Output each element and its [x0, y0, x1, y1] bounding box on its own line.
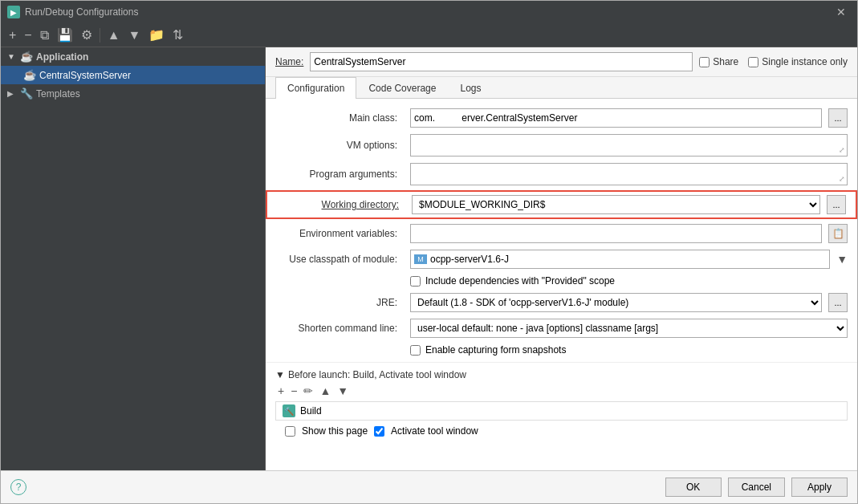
move-down-button[interactable]: ▼ [125, 26, 144, 44]
main-class-browse-button[interactable]: ... [828, 108, 848, 128]
close-button[interactable]: ✕ [832, 4, 851, 20]
tab-bar: Configuration Code Coverage Logs [266, 77, 857, 99]
program-args-input[interactable]: ⤢ [410, 163, 848, 185]
sidebar: ▼ ☕ Application ☕ CentralSystemServer ▶ … [1, 47, 266, 470]
activate-tool-label: Activate tool window [391, 425, 478, 437]
show-page-label: Show this page [302, 425, 368, 437]
main-content: ▼ ☕ Application ☕ CentralSystemServer ▶ … [1, 47, 857, 470]
folder-button[interactable]: 📁 [145, 26, 168, 44]
working-dir-browse-button[interactable]: ... [827, 195, 846, 214]
share-label: Share [699, 56, 738, 67]
module-icon: M [414, 254, 427, 264]
env-vars-row: Environment variables: 📋 [266, 221, 857, 246]
add-config-button[interactable]: + [6, 26, 19, 44]
jre-label: JRE: [275, 297, 404, 308]
save-config-button[interactable]: 💾 [54, 26, 76, 44]
bl-up-button[interactable]: ▲ [317, 384, 333, 398]
title-bar-left: ▶ Run/Debug Configurations [7, 6, 138, 18]
module-name: ocpp-serverV1.6-J [430, 254, 509, 265]
tab-configuration[interactable]: Configuration [275, 77, 356, 99]
dialog-title: Run/Debug Configurations [25, 6, 138, 18]
vm-options-input[interactable]: ⤢ [410, 134, 848, 156]
activate-tool-checkbox[interactable] [374, 426, 384, 437]
build-icon: 🔨 [283, 404, 295, 417]
templates-icon: 🔧 [20, 87, 33, 100]
copy-config-button[interactable]: ⧉ [37, 26, 52, 44]
sidebar-item-templates[interactable]: ▶ 🔧 Templates [1, 84, 265, 103]
main-class-row: Main class: ... [266, 105, 857, 131]
title-bar: ▶ Run/Debug Configurations ✕ [1, 1, 857, 23]
env-vars-browse-button[interactable]: 📋 [828, 224, 848, 243]
run-debug-dialog: ▶ Run/Debug Configurations ✕ + − ⧉ 💾 ⚙ ▲… [0, 0, 858, 504]
tab-logs[interactable]: Logs [448, 77, 493, 99]
app-icon: ▶ [7, 6, 20, 18]
working-dir-select[interactable]: $MODULE_WORKING_DIR$ [412, 195, 820, 214]
jre-select[interactable]: Default (1.8 - SDK of 'ocpp-serverV1.6-J… [410, 293, 822, 312]
share-checkbox[interactable] [699, 57, 710, 67]
env-vars-label: Environment variables: [275, 228, 404, 239]
provided-scope-checkbox[interactable] [410, 276, 421, 287]
vm-options-label: VM options: [275, 140, 404, 151]
cancel-button[interactable]: Cancel [728, 478, 785, 497]
name-field-label: Name: [275, 56, 303, 67]
footer-left: ? [10, 479, 26, 495]
bl-down-button[interactable]: ▼ [335, 384, 351, 398]
module-classpath-row: Use classpath of module: M ocpp-serverV1… [266, 246, 857, 272]
ok-button[interactable]: OK [665, 478, 722, 497]
sort-button[interactable]: ⇅ [169, 26, 186, 44]
snapshots-row: Enable capturing form snapshots [266, 341, 857, 359]
provided-scope-label: Include dependencies with "Provided" sco… [425, 275, 615, 287]
sidebar-child-label: CentralSystemServer [39, 70, 131, 81]
before-launch-header: ▼ Before launch: Build, Activate tool wi… [275, 369, 848, 380]
program-args-label: Program arguments: [275, 169, 404, 180]
before-launch-section: ▼ Before launch: Build, Activate tool wi… [266, 362, 857, 445]
settings-button[interactable]: ⚙ [78, 26, 96, 44]
footer: ? OK Cancel Apply [1, 470, 857, 503]
before-launch-toolbar: + − ✏ ▲ ▼ [275, 384, 848, 398]
working-dir-label: Working directory: [277, 199, 405, 210]
snapshots-checkbox[interactable] [410, 345, 421, 356]
jre-row: JRE: Default (1.8 - SDK of 'ocpp-serverV… [266, 290, 857, 315]
tab-code-coverage[interactable]: Code Coverage [356, 77, 448, 99]
name-input[interactable] [310, 52, 693, 71]
footer-right: OK Cancel Apply [665, 478, 848, 497]
collapse-icon[interactable]: ▼ [275, 369, 285, 380]
working-dir-row: Working directory: $MODULE_WORKING_DIR$ … [266, 190, 857, 219]
main-class-label: Main class: [275, 112, 404, 124]
toolbar: + − ⧉ 💾 ⚙ ▲ ▼ 📁 ⇅ [1, 23, 857, 47]
program-args-area: ⤢ [410, 163, 848, 185]
sidebar-item-application[interactable]: ▼ ☕ Application [1, 47, 265, 66]
provided-scope-row: Include dependencies with "Provided" sco… [266, 272, 857, 290]
snapshots-label: Enable capturing form snapshots [425, 344, 566, 356]
chevron-down-icon: ▼ [7, 52, 17, 61]
main-panel: Name: Share Single instance only Configu… [266, 47, 857, 470]
single-instance-checkbox[interactable] [748, 57, 758, 67]
sidebar-templates-label: Templates [36, 88, 80, 100]
toolbar-separator [100, 28, 100, 43]
remove-config-button[interactable]: − [21, 26, 35, 44]
bl-edit-button[interactable]: ✏ [301, 384, 315, 398]
show-page-checkbox[interactable] [285, 426, 295, 437]
help-button[interactable]: ? [10, 479, 26, 495]
use-classpath-label: Use classpath of module: [275, 254, 404, 265]
move-up-button[interactable]: ▲ [104, 26, 124, 44]
jre-browse-button[interactable]: ... [828, 293, 848, 312]
before-launch-title: Before launch: Build, Activate tool wind… [288, 369, 466, 380]
name-right: Share Single instance only [699, 56, 848, 67]
shorten-select[interactable]: user-local default: none - java [options… [410, 319, 848, 338]
bl-remove-button[interactable]: − [288, 384, 299, 398]
apply-button[interactable]: Apply [791, 478, 848, 497]
env-vars-input[interactable] [410, 224, 822, 243]
build-item[interactable]: 🔨 Build [275, 401, 848, 421]
program-args-row: Program arguments: ⤢ [266, 160, 857, 189]
single-instance-label: Single instance only [748, 56, 848, 67]
bl-add-button[interactable]: + [275, 384, 287, 398]
sidebar-item-centralsystemserver[interactable]: ☕ CentralSystemServer [1, 66, 265, 84]
module-dropdown-arrow[interactable]: ▼ [836, 253, 848, 266]
vm-options-area: ⤢ [410, 134, 848, 156]
show-page-row: Show this page Activate tool window [275, 421, 848, 441]
module-select[interactable]: M ocpp-serverV1.6-J [410, 250, 830, 269]
main-class-input[interactable] [410, 108, 822, 128]
config-content: Main class: ... VM options: ⤢ Program ar… [266, 99, 857, 470]
shorten-row: Shorten command line: user-local default… [266, 315, 857, 341]
